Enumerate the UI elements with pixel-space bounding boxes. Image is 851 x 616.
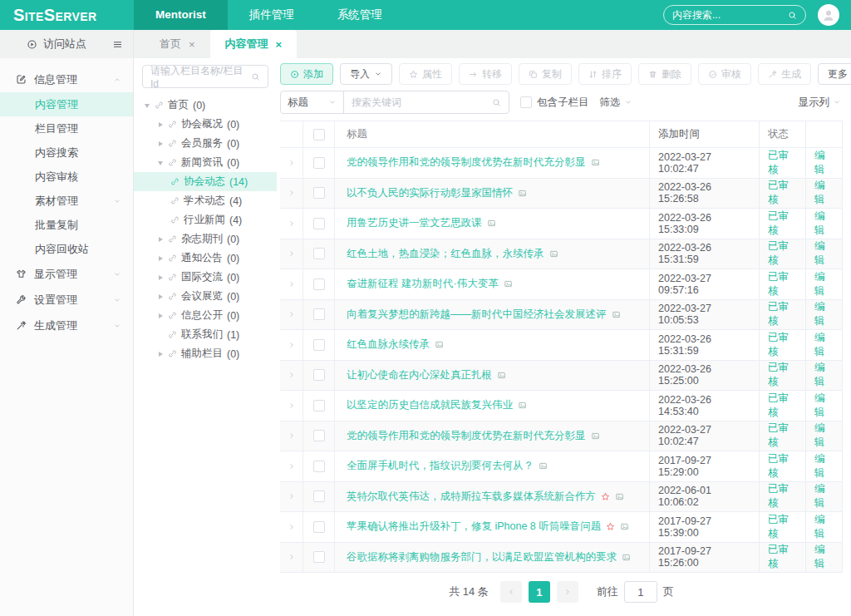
current-page-button[interactable]: 1	[529, 581, 550, 603]
row-checkbox[interactable]	[313, 490, 325, 502]
channel-search-input[interactable]: 请输入栏目名称/栏目Id	[142, 65, 268, 88]
sidebar-item-recycle-bin[interactable]: 内容回收站	[0, 237, 133, 261]
content-title-link[interactable]: 英特尔取代英伟达，成特斯拉车载多媒体系统新合作方	[347, 490, 596, 504]
tree-node[interactable]: 新闻资讯(0)	[134, 153, 277, 172]
tree-expand-icon[interactable]	[144, 102, 150, 109]
content-title-link[interactable]: 奋进新征程 建功新时代·伟大变革	[347, 277, 499, 291]
sidebar-group-info[interactable]: 信息管理	[0, 67, 133, 92]
row-expand-button[interactable]	[280, 330, 303, 360]
next-page-button[interactable]	[557, 581, 578, 603]
row-checkbox[interactable]	[313, 400, 325, 411]
tree-expand-icon[interactable]	[157, 293, 164, 300]
content-title-link[interactable]: 以不负人民的实际行动彰显家国情怀	[347, 186, 513, 200]
content-title-link[interactable]: 谷歌据称将剥离购物服务部门，以满足欧盟监管机构的要求	[347, 550, 617, 564]
content-title-link[interactable]: 党的领导作用和党的领导制度优势在新时代充分彰显	[347, 429, 586, 443]
row-expand-button[interactable]	[280, 239, 303, 269]
tree-expand-icon[interactable]	[157, 140, 164, 147]
tree-expand-icon[interactable]	[157, 313, 164, 319]
tab-content-manage[interactable]: 内容管理	[210, 30, 298, 58]
edit-link[interactable]: 编辑	[814, 239, 834, 268]
tree-node[interactable]: 通知公告(0)	[134, 249, 277, 268]
sidebar-item-content-review[interactable]: 内容审核	[0, 165, 133, 189]
tree-node[interactable]: 信息公开(0)	[134, 306, 277, 325]
sidebar-group-settings[interactable]: 设置管理	[0, 287, 133, 313]
sidebar-item-material-manage[interactable]: 素材管理	[0, 189, 133, 213]
row-expand-button[interactable]	[280, 512, 303, 542]
content-title-link[interactable]: 全面屏手机时代，指纹识别要何去何从？	[347, 459, 534, 473]
prev-page-button[interactable]	[500, 581, 522, 603]
tree-node[interactable]: 行业新闻(4)	[134, 210, 277, 229]
content-search-input[interactable]: 内容搜索...	[663, 5, 806, 25]
more-button[interactable]: 更多	[818, 63, 851, 85]
tree-node[interactable]: 会员服务(0)	[134, 134, 277, 153]
nav-item-plugins[interactable]: 插件管理	[228, 0, 316, 30]
tree-node[interactable]: 辅助栏目(0)	[134, 344, 277, 363]
edit-link[interactable]: 编辑	[814, 513, 834, 541]
sidebar-item-channel-manage[interactable]: 栏目管理	[0, 116, 133, 140]
row-expand-button[interactable]	[280, 179, 303, 209]
edit-link[interactable]: 编辑	[814, 209, 834, 238]
add-button[interactable]: 添加	[280, 63, 333, 85]
visit-site-link[interactable]: 访问站点	[43, 37, 86, 52]
tree-node[interactable]: 协会概况(0)	[134, 115, 277, 134]
tree-node-selected[interactable]: 协会动态(14)	[134, 172, 277, 191]
edit-link[interactable]: 编辑	[814, 331, 834, 359]
content-title-link[interactable]: 向着复兴梦想的新跨越——新时代中国经济社会发展述评	[347, 308, 607, 322]
row-checkbox[interactable]	[313, 278, 325, 290]
edit-link[interactable]: 编辑	[814, 361, 834, 389]
tab-home[interactable]: 首页	[145, 30, 210, 58]
content-title-link[interactable]: 让初心使命在内心深处真正扎根	[347, 368, 492, 382]
row-checkbox[interactable]	[313, 339, 325, 351]
row-expand-button[interactable]	[280, 421, 303, 451]
sidebar-item-content-manage[interactable]: 内容管理	[0, 92, 133, 116]
search-icon[interactable]	[788, 11, 797, 20]
edit-link[interactable]: 编辑	[814, 392, 834, 420]
content-title-link[interactable]: 党的领导作用和党的领导制度优势在新时代充分彰显	[347, 155, 586, 170]
row-expand-button[interactable]	[280, 269, 303, 299]
row-checkbox[interactable]	[313, 521, 325, 533]
delete-button[interactable]: 删除	[638, 63, 691, 85]
tree-expand-icon[interactable]	[157, 274, 164, 281]
filter-dropdown[interactable]: 筛选	[600, 96, 632, 110]
include-children-checkbox[interactable]: 包含子栏目	[520, 96, 589, 110]
tree-node[interactable]: 学术动态(4)	[134, 191, 277, 210]
transfer-button[interactable]: 转移	[459, 63, 512, 85]
sidebar-group-generate[interactable]: 生成管理	[0, 313, 133, 338]
tree-node[interactable]: 杂志期刊(0)	[134, 229, 277, 249]
tree-expand-icon[interactable]	[157, 236, 164, 243]
edit-link[interactable]: 编辑	[814, 543, 834, 571]
tree-expand-icon[interactable]	[157, 160, 164, 166]
content-title-link[interactable]: 红色土地，热血浸染；红色血脉，永续传承	[347, 247, 544, 261]
tree-node[interactable]: 会议展览(0)	[134, 287, 277, 306]
select-all-checkbox[interactable]	[313, 129, 325, 140]
row-checkbox[interactable]	[313, 430, 325, 441]
row-expand-button[interactable]	[280, 543, 303, 573]
row-checkbox[interactable]	[313, 157, 325, 169]
row-checkbox[interactable]	[313, 308, 325, 320]
review-button[interactable]: 审核	[698, 63, 751, 85]
content-title-link[interactable]: 红色血脉永续传承	[347, 338, 430, 352]
import-button[interactable]: 导入	[340, 63, 392, 85]
sort-button[interactable]: 排序	[578, 63, 632, 85]
edit-link[interactable]: 编辑	[814, 270, 834, 298]
tab-close-icon[interactable]	[189, 38, 195, 51]
tree-node[interactable]: 首页(0)	[134, 96, 277, 115]
row-expand-button[interactable]	[280, 361, 303, 391]
row-expand-button[interactable]	[280, 482, 303, 512]
edit-link[interactable]: 编辑	[814, 482, 834, 510]
content-title-link[interactable]: 以坚定的历史自信成就民族复兴伟业	[347, 398, 513, 412]
nav-item-mentorist[interactable]: Mentorist	[134, 0, 228, 30]
columns-dropdown[interactable]: 显示列	[799, 96, 844, 110]
nav-item-system[interactable]: 系统管理	[316, 0, 404, 30]
content-title-link[interactable]: 苹果确认将推出升级补丁，修复 iPhone 8 听筒噪音问题	[347, 520, 601, 534]
edit-link[interactable]: 编辑	[814, 300, 834, 328]
goto-page-input[interactable]: 1	[624, 581, 657, 603]
copy-button[interactable]: 复制	[519, 63, 572, 85]
tree-expand-icon[interactable]	[157, 351, 164, 357]
search-field-select[interactable]: 标题	[281, 91, 344, 113]
user-avatar[interactable]	[818, 4, 839, 26]
edit-link[interactable]: 编辑	[814, 149, 834, 177]
row-expand-button[interactable]	[280, 300, 303, 330]
row-expand-button[interactable]	[280, 209, 303, 239]
edit-link[interactable]: 编辑	[814, 421, 834, 450]
